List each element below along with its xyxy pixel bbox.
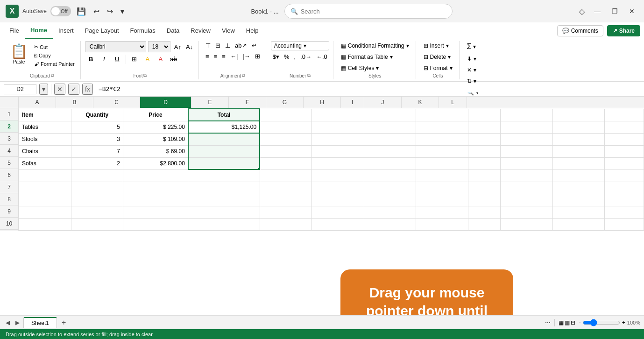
strikethrough-button[interactable]: ab̶ — [168, 55, 179, 64]
nav-left-button[interactable]: ◀ — [4, 318, 12, 327]
cell-b4[interactable]: 7 — [71, 145, 123, 157]
tab-file[interactable]: File — [4, 22, 25, 39]
tab-formulas[interactable]: Formulas — [125, 22, 161, 39]
cell-a4[interactable]: Chairs — [19, 145, 71, 157]
cell-d3[interactable] — [188, 133, 260, 145]
cell-a1[interactable]: Item — [19, 109, 71, 121]
cut-button[interactable]: ✂ Cut — [32, 43, 77, 51]
format-as-table-button[interactable]: ▦ Format as Table ▾ — [338, 52, 412, 62]
cell-l2[interactable] — [605, 121, 644, 133]
restore-button[interactable]: ❐ — [608, 6, 622, 17]
normal-view-button[interactable]: ▦ — [559, 319, 564, 326]
fill-color-button[interactable]: A — [142, 54, 153, 64]
fill-handle[interactable] — [258, 168, 260, 170]
decrease-decimal-button[interactable]: ←.0 — [314, 52, 329, 61]
cell-i3[interactable] — [468, 133, 501, 145]
diamond-icon[interactable]: ◇ — [577, 5, 587, 18]
copy-button[interactable]: ⎘ Copy — [32, 52, 77, 59]
col-header-c[interactable]: C — [93, 97, 140, 108]
border-button[interactable]: ⊞ — [129, 54, 140, 64]
tab-home[interactable]: Home — [25, 22, 53, 39]
cell-b3[interactable]: 3 — [71, 133, 123, 145]
cell-c2[interactable]: $ 225.00 — [123, 121, 188, 133]
cell-i1[interactable] — [468, 109, 501, 121]
nav-right-button[interactable]: ▶ — [14, 318, 21, 327]
cell-c3[interactable]: $ 109.00 — [123, 133, 188, 145]
row-num-2[interactable]: 2 — [0, 120, 18, 133]
font-size-selector[interactable]: 18 — [148, 41, 170, 52]
col-header-g[interactable]: G — [266, 97, 304, 108]
cell-l4[interactable] — [605, 145, 644, 157]
cell-l3[interactable] — [605, 133, 644, 145]
tab-insert[interactable]: Insert — [53, 22, 79, 39]
col-header-f[interactable]: F — [229, 97, 266, 108]
middle-align-button[interactable]: ⊟ — [213, 41, 222, 50]
tab-help[interactable]: Help — [241, 22, 264, 39]
col-header-a[interactable]: A — [19, 97, 56, 108]
italic-button[interactable]: I — [99, 54, 110, 64]
cell-d2[interactable]: $1,125.00 — [188, 121, 260, 133]
cell-d5[interactable] — [188, 157, 260, 170]
cell-b5[interactable]: 2 — [71, 157, 123, 170]
cell-g4[interactable] — [364, 145, 416, 157]
cell-h4[interactable] — [416, 145, 468, 157]
autosave-toggle[interactable]: Off — [50, 6, 71, 16]
col-header-i[interactable]: I — [341, 97, 364, 108]
cell-d1[interactable]: Total — [188, 109, 260, 121]
cell-k3[interactable] — [552, 133, 605, 145]
col-header-k[interactable]: K — [402, 97, 439, 108]
col-header-e[interactable]: E — [191, 97, 229, 108]
tab-view[interactable]: View — [216, 22, 241, 39]
cell-j1[interactable] — [501, 109, 553, 121]
cell-i5[interactable] — [468, 157, 501, 170]
clipboard-expand-icon[interactable]: ⧉ — [51, 73, 54, 78]
font-family-selector[interactable]: Calibri — [85, 41, 146, 52]
fx-button[interactable]: fx — [82, 84, 93, 95]
cell-g5[interactable] — [364, 157, 416, 170]
decrease-font-button[interactable]: A↓ — [184, 42, 195, 51]
cell-l5[interactable] — [605, 157, 644, 170]
sum-button[interactable]: Σ ▾ — [464, 41, 481, 52]
dots-menu-button[interactable]: ⋯ — [545, 319, 551, 326]
col-header-b[interactable]: B — [56, 97, 93, 108]
increase-decimal-button[interactable]: .0→ — [298, 52, 313, 61]
number-expand-icon[interactable]: ⧉ — [307, 73, 311, 78]
sort-button[interactable]: ⇅ ▾ — [464, 77, 481, 86]
row-num-8[interactable]: 8 — [0, 193, 18, 205]
cell-h2[interactable] — [416, 121, 468, 133]
cell-k2[interactable] — [552, 121, 605, 133]
search-box[interactable]: 🔍 — [284, 4, 453, 19]
cell-d4[interactable] — [188, 145, 260, 157]
cell-e5[interactable] — [260, 157, 312, 170]
font-color-button[interactable]: A — [155, 54, 166, 64]
add-sheet-button[interactable]: + — [59, 318, 69, 328]
insert-button[interactable]: ⊞ Insert ▾ — [421, 41, 455, 50]
zoom-in-button[interactable]: + — [622, 319, 625, 326]
orient-button[interactable]: ab↗ — [233, 41, 248, 50]
bottom-align-button[interactable]: ⊥ — [223, 41, 232, 50]
row-num-4[interactable]: 4 — [0, 145, 18, 157]
left-align-button[interactable]: ≡ — [204, 52, 211, 61]
layout-view-button[interactable]: ▥ — [565, 319, 570, 326]
close-button[interactable]: ✕ — [625, 6, 638, 17]
zoom-slider[interactable] — [583, 319, 620, 326]
tab-page-layout[interactable]: Page Layout — [79, 22, 125, 39]
cancel-formula-button[interactable]: ✕ — [54, 84, 65, 95]
cell-c5[interactable]: $2,800.00 — [123, 157, 188, 170]
delete-button[interactable]: ⊟ Delete ▾ — [421, 52, 455, 62]
row-num-1[interactable]: 1 — [0, 108, 18, 120]
cell-e2[interactable] — [260, 121, 312, 133]
wrap-button[interactable]: ↵ — [250, 41, 259, 50]
cell-i4[interactable] — [468, 145, 501, 157]
quick-access-dropdown[interactable]: ▾ — [119, 5, 126, 18]
tab-data[interactable]: Data — [161, 22, 185, 39]
number-format-dropdown[interactable]: Accounting ▾ — [271, 41, 329, 50]
conditional-formatting-button[interactable]: ▦ Conditional Formatting ▾ — [338, 41, 412, 50]
top-align-button[interactable]: ⊤ — [204, 41, 212, 50]
save-button[interactable]: 💾 — [75, 5, 88, 18]
cell-c4[interactable]: $ 69.00 — [123, 145, 188, 157]
row-num-9[interactable]: 9 — [0, 205, 18, 218]
alignment-expand-icon[interactable]: ⧉ — [242, 73, 245, 78]
cell-f1[interactable] — [312, 109, 364, 121]
col-header-l[interactable]: L — [439, 97, 467, 108]
